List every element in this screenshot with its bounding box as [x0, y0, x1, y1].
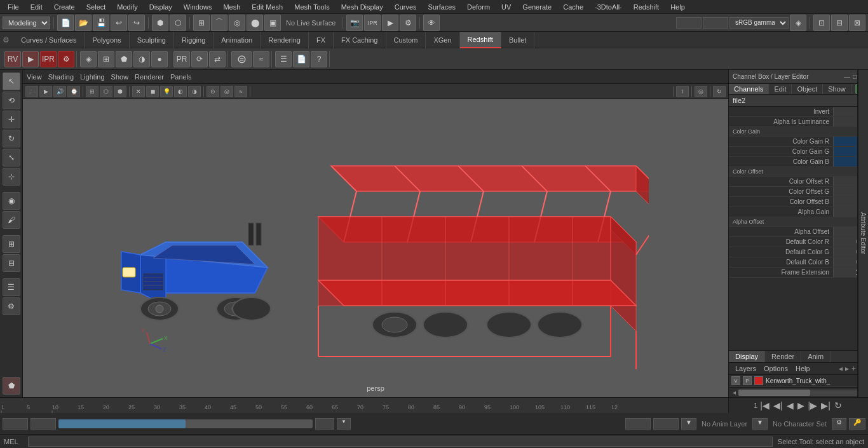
menu-mesh-tools[interactable]: Mesh Tools: [289, 2, 334, 12]
menu-file[interactable]: File: [3, 2, 24, 12]
play-back-btn[interactable]: ◀: [785, 400, 795, 411]
rotate-tool-btn[interactable]: ↻: [3, 130, 20, 147]
vp-ssao-btn[interactable]: ⊙: [207, 86, 219, 97]
show-grid-btn[interactable]: ⊞: [3, 235, 20, 253]
channel-row-color-gain-g[interactable]: Color Gain G 1: [729, 147, 868, 157]
menu-generate[interactable]: Generate: [517, 2, 557, 12]
vp-sound-btn[interactable]: 🔊: [53, 86, 66, 97]
frame-start-input[interactable]: 1: [3, 418, 28, 430]
viewport-menu-lighting[interactable]: Lighting: [80, 73, 105, 81]
cb-bottom-tab-anim[interactable]: Anim: [801, 351, 831, 362]
exposure-input[interactable]: 0.00: [676, 17, 702, 29]
tab-sculpting[interactable]: Sculpting: [130, 32, 174, 48]
rs-icon-11[interactable]: ⟳: [191, 51, 208, 67]
go-to-end-btn[interactable]: ▶|: [820, 400, 832, 411]
render-settings-icon[interactable]: ⚙: [400, 15, 416, 31]
channel-row-default-color-b[interactable]: Default Color B 0.5: [729, 257, 868, 268]
rs-icon-10[interactable]: PR: [173, 51, 190, 67]
channel-row-color-offset-g[interactable]: Color Offset G 0: [729, 187, 868, 197]
gamma-select[interactable]: sRGB gamma: [729, 17, 789, 29]
anim-layer-dropdown-btn[interactable]: ▼: [681, 418, 696, 430]
vp-film-btn[interactable]: ▶: [39, 86, 52, 97]
rs-icon-17[interactable]: ?: [311, 51, 327, 67]
channel-row-default-color-r[interactable]: Default Color R 0.5: [729, 237, 868, 247]
viewport-menu-show[interactable]: Show: [111, 73, 129, 81]
rs-icon-1[interactable]: RV: [4, 51, 21, 67]
vp-texture-btn[interactable]: ◼: [146, 86, 159, 97]
cb-expand-btn[interactable]: □: [853, 73, 857, 80]
menu-3dto-all[interactable]: -3DtoAll-: [590, 2, 627, 12]
channel-row-color-gain-r[interactable]: Color Gain R 1: [729, 137, 868, 147]
play-forward-btn[interactable]: ▶: [796, 400, 806, 411]
select-tool-btn[interactable]: ↖: [3, 72, 20, 90]
frame-max2-input[interactable]: 200: [653, 418, 679, 430]
vp-lights-btn[interactable]: 💡: [160, 86, 173, 97]
viewport-menu-panels[interactable]: Panels: [170, 73, 192, 81]
render-icon[interactable]: ▶: [382, 15, 398, 31]
frame-max-input[interactable]: 120: [625, 418, 651, 430]
menu-surfaces[interactable]: Surfaces: [423, 2, 461, 12]
tab-animation[interactable]: Animation: [214, 32, 261, 48]
transform-tool-btn[interactable]: ⊹: [3, 168, 20, 186]
rs-icon-6[interactable]: ⊞: [98, 51, 114, 67]
layer-plus-icon[interactable]: +: [851, 364, 856, 373]
cb-tab-edit[interactable]: Edit: [769, 84, 792, 94]
cb-bottom-tab-render[interactable]: Render: [765, 351, 801, 362]
rs-icon-4[interactable]: ⚙: [58, 51, 74, 67]
menu-help[interactable]: Help: [665, 2, 690, 12]
layer-visibility-btn[interactable]: V: [731, 376, 740, 385]
frame-range-input[interactable]: 120: [315, 418, 334, 430]
vp-isolate-btn[interactable]: ◎: [695, 86, 707, 97]
layer-row[interactable]: V P Kenworth_Truck_with_: [729, 375, 868, 387]
channel-row-default-color-g[interactable]: Default Color G 0.5: [729, 247, 868, 257]
attribute-editor-label[interactable]: Attribute Editor: [858, 70, 868, 397]
frame-range-toggle[interactable]: ▼: [337, 418, 351, 430]
cb-collapse-btn[interactable]: —: [844, 73, 850, 80]
vp-grid-btn[interactable]: ⊞: [86, 86, 98, 97]
char-set-dropdown-btn[interactable]: ▼: [752, 418, 768, 430]
channel-row-alpha-gain[interactable]: Alpha Gain 1: [729, 207, 868, 217]
scroll-left-btn[interactable]: ◂: [730, 389, 738, 396]
vp-dof-btn[interactable]: ◎: [220, 86, 233, 97]
snap-to-point-icon[interactable]: ◎: [229, 15, 245, 31]
menu-select[interactable]: Select: [81, 2, 111, 12]
viewport-menu-renderer[interactable]: Renderer: [135, 73, 164, 81]
scroll-thumb[interactable]: [738, 390, 810, 396]
color-management-icon[interactable]: ◈: [790, 15, 806, 31]
rs-icon-7[interactable]: ⬟: [116, 51, 132, 67]
rs-icon-9[interactable]: ●: [151, 51, 168, 67]
snap-to-grid-icon[interactable]: ⊞: [193, 15, 210, 31]
vp-xray-btn[interactable]: ✕: [132, 86, 145, 97]
gamma-input[interactable]: 1.00: [703, 17, 728, 29]
ipr-render-icon[interactable]: IPR: [364, 15, 381, 31]
menu-windows[interactable]: Windows: [179, 2, 217, 12]
vp-wireframe-btn[interactable]: ⬡: [100, 86, 112, 97]
make-live-icon[interactable]: ▣: [264, 15, 281, 31]
new-file-icon[interactable]: 📄: [57, 15, 74, 31]
menu-edit-mesh[interactable]: Edit Mesh: [247, 2, 288, 12]
layer-menu-layers[interactable]: Layers: [731, 364, 760, 373]
tab-polygons[interactable]: Polygons: [85, 32, 129, 48]
tab-xgen[interactable]: XGen: [426, 32, 459, 48]
menu-create[interactable]: Create: [49, 2, 80, 12]
rs-icon-3[interactable]: IPR: [40, 51, 57, 67]
loop-btn[interactable]: ↻: [833, 400, 843, 411]
vp-hud-btn[interactable]: i: [676, 86, 689, 97]
cb-bottom-tab-display[interactable]: Display: [729, 351, 765, 362]
open-file-icon[interactable]: 📂: [75, 15, 92, 31]
mel-input[interactable]: [28, 437, 773, 447]
undo-icon[interactable]: ↩: [111, 15, 127, 31]
character-set-options-btn[interactable]: ⚙: [832, 418, 846, 430]
vp-camera-btn[interactable]: 🎥: [25, 86, 38, 97]
cb-tab-object[interactable]: Object: [792, 84, 823, 94]
paint-select-btn[interactable]: 🖌: [3, 211, 20, 229]
menu-deform[interactable]: Deform: [462, 2, 495, 12]
camera-icon[interactable]: 📷: [346, 15, 363, 31]
attribute-editor-btn[interactable]: ⚙: [3, 297, 20, 315]
step-back-btn[interactable]: ◀|: [772, 400, 784, 411]
vp-motblur-btn[interactable]: ≈: [234, 86, 247, 97]
channel-row-color-offset-b[interactable]: Color Offset B 0: [729, 197, 868, 207]
select-by-hierarchy-icon[interactable]: ⬢: [152, 15, 168, 31]
rs-material-btn[interactable]: ⬟: [3, 377, 20, 395]
outliner-btn[interactable]: ☰: [3, 278, 20, 296]
